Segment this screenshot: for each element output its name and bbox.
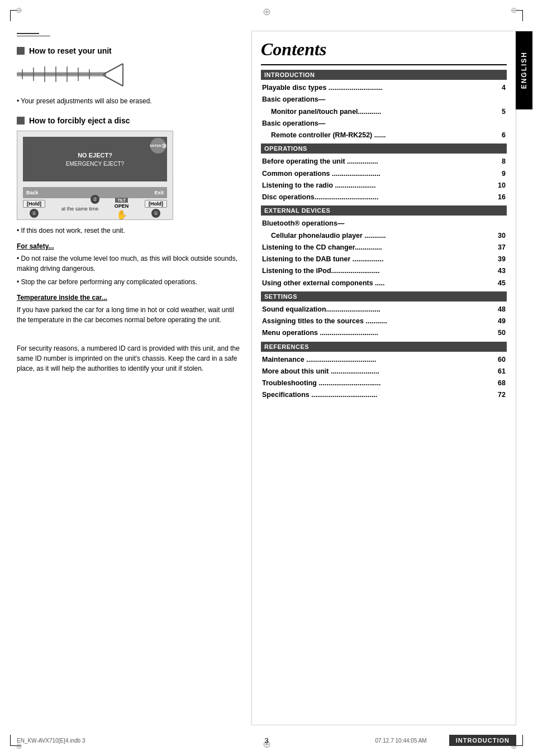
hold-left: [Hold] ① [23, 200, 45, 218]
toc-disc: Disc operations.........................… [261, 192, 507, 203]
reg-mark-right-top: ⊕ [511, 6, 517, 15]
english-tab: ENGLISH [516, 31, 532, 109]
page-number: 3 [264, 736, 268, 745]
toc-basic-ops: Basic operations— [261, 94, 507, 106]
main-layout: How to reset your unit Your preset adjus… [17, 31, 516, 725]
security-text: For security reasons, a numbered ID card… [17, 343, 240, 374]
reset-section-header: How to reset your unit [17, 46, 240, 55]
safety-header: For safety... [17, 242, 240, 250]
contents-divider [261, 64, 507, 65]
toc-troubleshooting: Troubleshooting ........................… [261, 377, 507, 389]
contents-inner: Contents INTRODUCTION Playable disc type… [252, 31, 516, 409]
top-line-1 [17, 33, 39, 34]
svg-rect-1 [17, 73, 106, 75]
reset-icon [17, 47, 25, 55]
exit-button: Exit [154, 190, 164, 195]
eject-section-header: How to forcibly eject a disc [17, 116, 240, 125]
intro-label: INTRODUCTION [449, 735, 516, 746]
reg-mark-left-top: ⊕ [16, 6, 22, 15]
cat-external: EXTERNAL DEVICES [261, 205, 507, 216]
right-column: ENGLISH Contents INTRODUCTION Playable d… [251, 31, 516, 725]
toc-menu: Menu operations ........................… [261, 327, 507, 339]
eject-icon [17, 117, 25, 125]
toc-specifications: Specifications .........................… [261, 389, 507, 401]
back-button: Back [26, 190, 39, 195]
safety-bullet2: Stop the car before performing any compl… [17, 277, 240, 287]
cat-settings: SETTINGS [261, 291, 507, 302]
cat-references: REFERENCES [261, 342, 507, 352]
toc-monitor-panel: Monitor panel/touch panel............ 5 [261, 106, 507, 118]
toc-maintenance: Maintenance ............................… [261, 354, 507, 366]
enter-button: ENTER ③ [150, 138, 166, 154]
temperature-header: Temperature inside the car... [17, 294, 240, 302]
toc-equalization: Sound equalization......................… [261, 304, 507, 315]
reset-diagram [17, 61, 129, 92]
bottom-bar: EN_KW-AVX710[E]4.indb 3 3 07.12.7 10:44:… [0, 735, 533, 746]
toc-basic-ops2: Basic operations— [261, 118, 507, 130]
toc-playable-disc: Playable disc types ....................… [261, 82, 507, 94]
device-controls: [Hold] ① at the same time TILT OPEN ✋ [H… [23, 200, 167, 217]
left-column: How to reset your unit Your preset adjus… [17, 31, 251, 725]
reset-title: How to reset your unit [29, 46, 112, 55]
toc-cellular: Cellular phone/audio player ........... … [261, 230, 507, 242]
reg-mark-top: ⊕ [263, 6, 271, 18]
toc-more-unit: More about this unit ...................… [261, 366, 507, 377]
tilt-button: TILT OPEN ✋ [115, 198, 129, 220]
toc-dab: Listening to the DAB tuner .............… [261, 253, 507, 265]
device-diagram: NO EJECT? EMERGENCY EJECT? ENTER ③ Back … [17, 131, 173, 220]
eject-note: If this does not work, reset the unit. [17, 226, 240, 236]
file-info: EN_KW-AVX710[E]4.indb 3 [17, 738, 85, 744]
toc-titles: Assigning titles to the sources ........… [261, 315, 507, 327]
toc-radio: Listening to the radio .................… [261, 180, 507, 192]
decorative-lines [17, 33, 240, 36]
screen-alert1: NO EJECT? [78, 152, 112, 159]
contents-title: Contents [261, 39, 507, 60]
reset-note: Your preset adjustments will also be era… [17, 96, 240, 106]
toc-external-components: Using other external components ..... 45 [261, 277, 507, 289]
eject-title: How to forcibly eject a disc [29, 116, 130, 125]
svg-line-3 [103, 75, 123, 86]
safety-bullet1: Do not raise the volume level too much, … [17, 253, 240, 274]
same-time-label: at the same time [61, 206, 99, 212]
toc-ipod: Listening to the iPod...................… [261, 265, 507, 277]
toc-cd-changer: Listening to the CD changer.............… [261, 242, 507, 253]
screen-alert2: EMERGENCY EJECT? [66, 161, 124, 167]
top-line-2 [17, 36, 50, 37]
toc-remote-controller: Remote controller (RM-RK252) ...... 6 [261, 130, 507, 141]
toc-before-operating: Before operating the unit ..............… [261, 156, 507, 168]
cat-operations: OPERATIONS [261, 143, 507, 154]
bottom-right: 07.12.7 10:44:05 AM INTRODUCTION [375, 735, 516, 746]
hold-right: [Hold] ① [145, 200, 167, 218]
toc-bluetooth: Bluetooth® operations— [261, 218, 507, 229]
cat-introduction: INTRODUCTION [261, 70, 507, 80]
temperature-text: If you have parked the car for a long ti… [17, 305, 240, 325]
device-screen: NO EJECT? EMERGENCY EJECT? [23, 137, 167, 181]
date-info: 07.12.7 10:44:05 AM [375, 738, 426, 744]
toc-common-operations: Common operations ......................… [261, 168, 507, 180]
svg-line-2 [103, 64, 123, 74]
